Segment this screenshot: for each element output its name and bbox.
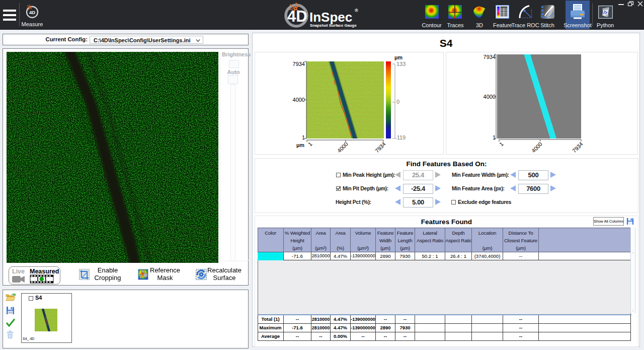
- svg-text:Snapshot Surface Gauge: Snapshot Surface Gauge: [310, 23, 357, 28]
- svg-text:®: ®: [355, 8, 358, 13]
- svg-text:/>: />: [603, 10, 607, 15]
- svg-text:4D: 4D: [287, 8, 307, 25]
- svg-text:4D: 4D: [29, 10, 35, 15]
- svg-text:InSpec: InSpec: [309, 10, 352, 25]
